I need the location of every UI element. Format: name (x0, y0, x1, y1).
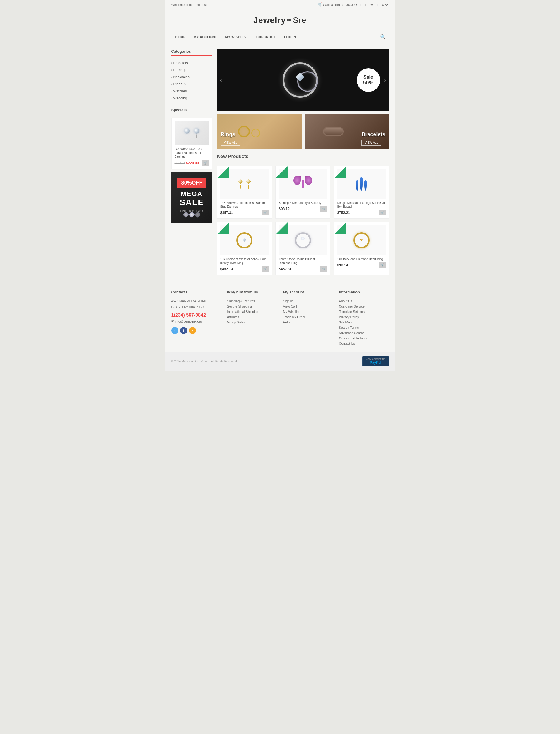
hero-sale-badge: Sale 50% (357, 68, 380, 92)
footer-template-settings[interactable]: Template Settings (339, 309, 389, 314)
footer-view-cart[interactable]: View Cart (283, 304, 333, 309)
footer-secure-shopping[interactable]: Secure Shopping (227, 304, 277, 309)
butterfly-body (302, 180, 304, 188)
sidebar-item-necklaces[interactable]: › Necklaces (171, 74, 212, 81)
footer-my-wishlist[interactable]: My Wishlist (283, 309, 333, 314)
diamond-icon (183, 212, 189, 218)
category-label: Wedding (173, 96, 187, 100)
sale-off-badge: 80%OFF (177, 178, 206, 188)
bracelets-banner[interactable]: Bracelets VIEW ALL (305, 114, 389, 149)
logo-text-part1: Jewelry (253, 16, 286, 25)
facebook-icon[interactable]: f (180, 327, 187, 334)
add-to-cart-6-button[interactable]: 🛒 (379, 262, 386, 268)
banner-next-arrow[interactable]: › (384, 77, 386, 83)
bracelet-visual (308, 117, 360, 146)
nav-checkout[interactable]: CHECKOUT (252, 32, 280, 43)
product-price-row-5: $452.31 🛒 (279, 266, 327, 272)
add-to-cart-4-button[interactable]: 🛒 (262, 266, 269, 272)
add-to-cart-1-button[interactable]: 🛒 (262, 210, 269, 215)
category-label: Rings (173, 82, 182, 86)
nav-home[interactable]: HOME (171, 32, 190, 43)
bracelets-banner-label: Bracelets VIEW ALL (361, 132, 385, 146)
footer-site-map[interactable]: Site Map (339, 320, 389, 325)
footer-contact-us[interactable]: Contact Us (339, 341, 389, 346)
search-icon[interactable]: 🔍 (377, 31, 389, 43)
hero-banner: Sale 50% ‹ › (217, 49, 389, 111)
cart-info[interactable]: 🛒 Cart: 0 item(s) - $0.00 ▾ (317, 2, 358, 7)
special-product-card: 14K White Gold 0.33 Carat Diamond Stud E… (171, 118, 212, 169)
footer-group-sales[interactable]: Group Sales (227, 320, 277, 325)
mega-sale-banner: 80%OFF MEGA SALE ENTER SHOP › (171, 172, 212, 223)
chevron-right-icon: › (171, 90, 172, 93)
site-logo[interactable]: Jewelry⚭Sre (171, 15, 389, 25)
heart-ring-icon (353, 232, 370, 248)
separator2: | (377, 3, 378, 6)
footer-customer-service[interactable]: Customer Service (339, 304, 389, 309)
drop-center (360, 177, 363, 191)
rss-icon[interactable]: ☁ (189, 327, 196, 334)
nav-my-account[interactable]: MY ACCOUNT (190, 32, 221, 43)
cart-text: Cart: 0 item(s) - $0.00 (323, 3, 355, 6)
footer-about-us[interactable]: About Us (339, 298, 389, 304)
chevron-right-icon: › (171, 97, 172, 100)
footer-orders-returns[interactable]: Orders and Returns (339, 336, 389, 341)
main-content: Sale 50% ‹ › Rings (217, 49, 389, 275)
categories-title: Categories (171, 49, 212, 56)
product-card-3: NEW Design Necklace Earrings Set In Gift… (334, 166, 389, 219)
twitter-icon[interactable]: t (171, 327, 178, 334)
language-select[interactable]: En (364, 3, 374, 7)
add-to-cart-5-button[interactable]: 🛒 (320, 266, 327, 272)
sidebar-item-earrings[interactable]: › Earrings (171, 67, 212, 74)
product-price-row-1: $157.31 🛒 (220, 210, 269, 215)
contacts-title: Contacts (171, 290, 221, 294)
paypal-badge[interactable]: NOW ACCEPTING PayPal (362, 356, 389, 366)
footer-address: 4578 MARMORA ROAD, GLASGOW D04 89GR (171, 298, 221, 310)
special-prices: $234.87 $220.00 🛒 (175, 160, 209, 166)
footer-why-buy: Why buy from us Shipping & Returns Secur… (227, 290, 277, 346)
product-card-1: NEW 14K Yellow (217, 166, 272, 219)
footer-phone[interactable]: 1(234) 567-9842 (171, 313, 221, 318)
add-to-cart-3-button[interactable]: 🛒 (379, 210, 386, 215)
footer-email[interactable]: ✉ info@demolink.org (171, 320, 221, 323)
footer-sign-in[interactable]: Sign In (283, 298, 333, 304)
footer-help[interactable]: Help (283, 320, 333, 325)
nav-log-in[interactable]: LOG IN (280, 32, 300, 43)
bracelets-view-all-button[interactable]: VIEW ALL (361, 140, 381, 146)
rings-banner[interactable]: Rings VIEW ALL (217, 114, 302, 149)
product-price-4: $452.13 (220, 267, 233, 271)
product-card-4: NEW 10k Choice of White or Yellow Gold I… (217, 222, 272, 275)
footer-privacy-policy[interactable]: Privacy Policy (339, 314, 389, 320)
email-icon: ✉ (171, 320, 174, 323)
sidebar-item-watches[interactable]: › Watches (171, 88, 212, 95)
footer-contacts: Contacts 4578 MARMORA ROAD, GLASGOW D04 … (171, 290, 221, 346)
rings-banner-label: Rings VIEW ALL (221, 132, 241, 146)
sidebar-item-wedding[interactable]: › Wedding (171, 95, 212, 102)
footer-affiliates[interactable]: Affiliates (227, 314, 277, 320)
footer-track-order[interactable]: Track My Order (283, 314, 333, 320)
product-price-3: $752.21 (337, 211, 350, 215)
categories-list: › Bracelets › Earrings › Necklaces › Rin… (171, 59, 212, 102)
nav-my-wishlist[interactable]: MY WISHLIST (221, 32, 252, 43)
add-to-cart-2-button[interactable]: 🛒 (320, 206, 327, 212)
footer-search-terms[interactable]: Search Terms (339, 325, 389, 330)
special-product-name: 14K White Gold 0.33 Carat Diamond Stud E… (175, 147, 209, 159)
category-label: Bracelets (173, 61, 188, 65)
category-banners: Rings VIEW ALL Bracelets VIEW ALL (217, 114, 389, 149)
email-text: info@demolink.org (175, 320, 202, 323)
information-title: Information (339, 290, 389, 294)
rings-view-all-button[interactable]: VIEW ALL (221, 140, 241, 146)
category-label: Watches (173, 89, 187, 93)
category-label: Earrings (173, 68, 187, 72)
sidebar-item-bracelets[interactable]: › Bracelets (171, 59, 212, 67)
sidebar-item-rings[interactable]: › Rings ⊕ (171, 81, 212, 88)
chevron-right-icon: › (171, 62, 172, 64)
banner-prev-arrow[interactable]: ‹ (220, 77, 222, 83)
footer-shipping-returns[interactable]: Shipping & Returns (227, 298, 277, 304)
footer-advanced-search[interactable]: Advanced Search (339, 330, 389, 336)
welcome-message: Welcome to our online store! (171, 3, 212, 6)
currency-select[interactable]: $ (381, 3, 389, 7)
product-card-5: NEW Three Stone Round Brilliant Diamond … (275, 222, 330, 275)
footer-international-shipping[interactable]: International Shipping (227, 309, 277, 314)
add-to-cart-button[interactable]: 🛒 (202, 160, 209, 166)
why-buy-title: Why buy from us (227, 290, 277, 294)
